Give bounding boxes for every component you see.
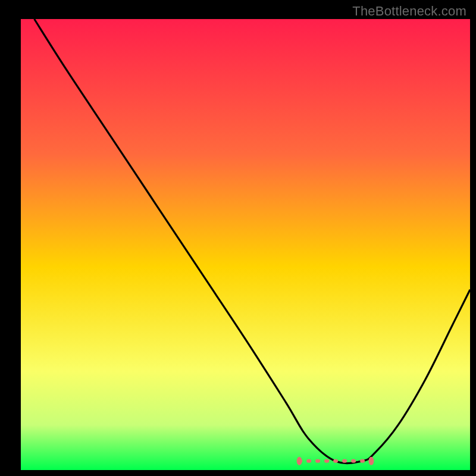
plot-background xyxy=(21,19,470,470)
svg-point-2 xyxy=(368,457,374,465)
chart-frame: TheBottleneck.com xyxy=(0,0,476,476)
svg-point-1 xyxy=(297,457,302,465)
watermark-text: TheBottleneck.com xyxy=(352,4,466,19)
bottleneck-chart xyxy=(0,0,476,476)
